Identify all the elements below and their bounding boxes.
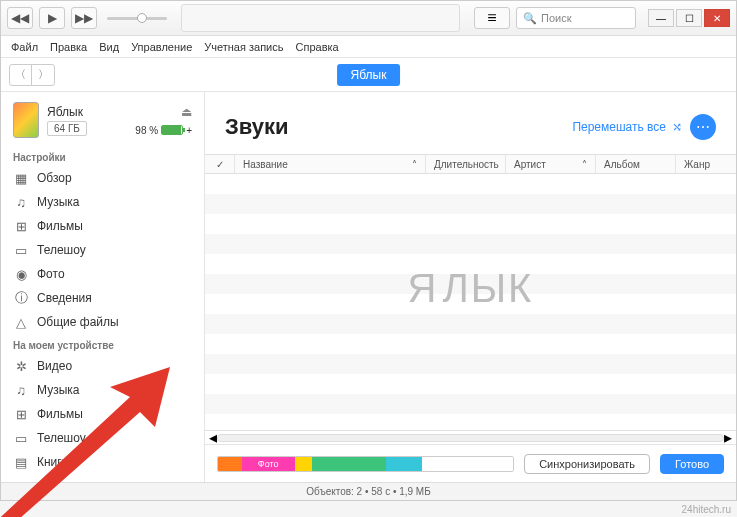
menu-controls[interactable]: Управление [131,41,192,53]
minimize-button[interactable]: — [648,9,674,27]
sidebar-item-label: Сведения [37,291,92,305]
overview-icon: ▦ [13,170,29,186]
sidebar-item-фильмы[interactable]: ⊞Фильмы [1,214,204,238]
sidebar-item-музыка[interactable]: ♫Музыка [1,190,204,214]
storage-bar: Фото [217,456,514,472]
battery-icon [161,125,183,135]
svg-marker-0 [0,367,170,517]
nav-buttons: 〈 〉 [9,64,55,86]
menubar: Файл Правка Вид Управление Учетная запис… [1,36,736,58]
sort-asc-icon: ˄ [582,159,587,170]
menu-file[interactable]: Файл [11,41,38,53]
sidebar-item-обзор[interactable]: ▦Обзор [1,166,204,190]
files-icon: △ [13,314,29,330]
sync-bar: Фото Синхронизировать Готово [205,444,736,482]
storage-photo-label: Фото [242,457,295,471]
sidebar-head-settings: Настройки [1,146,204,166]
lcd-display [181,4,460,32]
main-panel: Звуки Перемешать все ⤭ ⋯ ✓ Название˄ Дли… [205,92,736,482]
tabbar: 〈 〉 Яблык [1,58,736,92]
sidebar-item-label: Телешоу [37,243,86,257]
page-title: Звуки [225,114,289,140]
sidebar-item-фото[interactable]: ◉Фото [1,262,204,286]
tv-icon: ▭ [13,242,29,258]
source-credit: 24hitech.ru [682,504,731,515]
menu-edit[interactable]: Правка [50,41,87,53]
sidebar-item-label: Общие файлы [37,315,119,329]
col-genre[interactable]: Жанр [676,155,736,173]
play-button[interactable]: ▶ [39,7,65,29]
search-icon: 🔍 [523,12,537,25]
device-name: Яблык [47,105,127,119]
prev-button[interactable]: ◀◀ [7,7,33,29]
annotation-arrow [0,347,190,517]
search-input[interactable]: 🔍 Поиск [516,7,636,29]
col-artist[interactable]: Артист˄ [506,155,596,173]
sync-button[interactable]: Синхронизировать [524,454,650,474]
more-button[interactable]: ⋯ [690,114,716,140]
list-view-button[interactable]: ≡ [474,7,510,29]
sidebar-item-общие файлы[interactable]: △Общие файлы [1,310,204,334]
track-list[interactable]: ЯЛЫК [205,174,736,430]
col-name[interactable]: Название˄ [235,155,426,173]
sidebar-item-label: Фильмы [37,219,83,233]
column-headers: ✓ Название˄ Длительность Артист˄ Альбом … [205,154,736,174]
menu-account[interactable]: Учетная запись [204,41,283,53]
battery-status: 98 % + [135,125,192,136]
sidebar-item-телешоу[interactable]: ▭Телешоу [1,238,204,262]
sidebar-item-label: Обзор [37,171,72,185]
tab-device[interactable]: Яблык [337,64,401,86]
eject-icon[interactable]: ⏏ [181,105,192,119]
nav-forward[interactable]: 〉 [32,65,54,85]
sidebar-item-label: Музыка [37,195,79,209]
volume-slider[interactable] [107,17,167,20]
h-scrollbar[interactable]: ◂ ▸ [205,430,736,444]
done-button[interactable]: Готово [660,454,724,474]
watermark: ЯЛЫК [408,266,534,311]
search-placeholder: Поиск [541,12,571,24]
close-button[interactable]: ✕ [704,9,730,27]
info-icon: ⓘ [13,290,29,306]
col-check[interactable]: ✓ [205,155,235,173]
device-image [13,102,39,138]
col-duration[interactable]: Длительность [426,155,506,173]
maximize-button[interactable]: ☐ [676,9,702,27]
music-icon: ♫ [13,194,29,210]
device-header: Яблык 64 ГБ ⏏ 98 % + [1,92,204,146]
window-controls: — ☐ ✕ [648,9,730,27]
shuffle-icon: ⤭ [672,120,682,134]
next-button[interactable]: ▶▶ [71,7,97,29]
menu-view[interactable]: Вид [99,41,119,53]
col-album[interactable]: Альбом [596,155,676,173]
films-icon: ⊞ [13,218,29,234]
sidebar-item-сведения[interactable]: ⓘСведения [1,286,204,310]
photo-icon: ◉ [13,266,29,282]
menu-help[interactable]: Справка [296,41,339,53]
titlebar: ◀◀ ▶ ▶▶ ≡ 🔍 Поиск — ☐ ✕ [1,1,736,36]
sidebar-item-label: Фото [37,267,65,281]
nav-back[interactable]: 〈 [10,65,32,85]
sort-asc-icon: ˄ [412,159,417,170]
device-capacity: 64 ГБ [47,121,87,136]
shuffle-all[interactable]: Перемешать все ⤭ [572,120,682,134]
